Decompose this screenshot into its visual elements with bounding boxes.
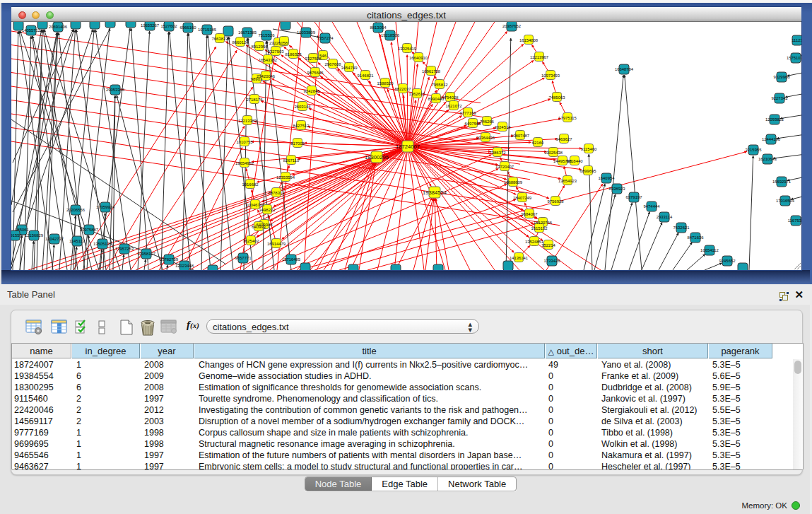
svg-text:17975115: 17975115: [558, 116, 577, 120]
svg-text:2603144: 2603144: [295, 105, 312, 109]
svg-text:15716485: 15716485: [282, 257, 301, 262]
svg-text:12023448: 12023448: [175, 264, 194, 268]
svg-text:12093822: 12093822: [765, 117, 784, 122]
svg-text:1010755: 1010755: [237, 140, 254, 144]
svg-text:16033809: 16033809: [297, 30, 315, 35]
svg-text:14136141: 14136141: [510, 256, 528, 260]
svg-text:12213389: 12213389: [238, 119, 257, 123]
svg-text:8660124: 8660124: [233, 40, 249, 45]
svg-text:3215955: 3215955: [746, 148, 763, 152]
svg-text:15692971: 15692971: [772, 180, 791, 184]
svg-text:8267110: 8267110: [283, 158, 300, 163]
svg-text:10719185: 10719185: [198, 28, 217, 32]
svg-text:12353594: 12353594: [276, 175, 295, 180]
svg-text:8912954: 8912954: [252, 45, 269, 49]
svg-text:352214: 352214: [541, 243, 555, 247]
svg-text:20364436: 20364436: [476, 136, 495, 140]
svg-text:13325419: 13325419: [398, 47, 416, 51]
svg-text:8938923: 8938923: [609, 187, 626, 191]
svg-text:3498222: 3498222: [259, 208, 276, 212]
svg-text:8878312: 8878312: [269, 191, 285, 195]
svg-text:19384554: 19384554: [423, 189, 447, 196]
svg-text:3454749: 3454749: [341, 66, 358, 70]
svg-text:14055712: 14055712: [22, 28, 40, 33]
svg-text:6899695: 6899695: [580, 169, 597, 173]
svg-text:13505135: 13505135: [93, 242, 112, 246]
svg-text:1916682: 1916682: [242, 182, 259, 187]
svg-text:9875645: 9875645: [307, 71, 324, 75]
svg-text:12156829: 12156829: [25, 233, 43, 238]
svg-text:746266: 746266: [480, 119, 494, 124]
svg-text:62160: 62160: [532, 141, 544, 145]
svg-text:8813054: 8813054: [370, 25, 387, 30]
svg-text:23226058: 23226058: [269, 41, 288, 45]
svg-text:10782759: 10782759: [160, 257, 178, 262]
svg-text:7386372: 7386372: [490, 151, 506, 155]
svg-text:185061: 185061: [15, 228, 29, 232]
svg-text:8471636: 8471636: [688, 235, 705, 240]
svg-text:1588520: 1588520: [377, 81, 394, 86]
svg-text:17016504: 17016504: [776, 199, 795, 203]
svg-text:9146821: 9146821: [358, 74, 374, 78]
svg-text:8186323: 8186323: [286, 52, 302, 57]
svg-text:1362615: 1362615: [409, 92, 426, 96]
svg-text:2933114: 2933114: [657, 215, 673, 219]
svg-text:7955812: 7955812: [432, 83, 448, 87]
svg-text:13654923: 13654923: [558, 179, 577, 183]
svg-text:7632621: 7632621: [673, 226, 690, 230]
svg-text:8822037: 8822037: [395, 87, 411, 91]
svg-text:13720407: 13720407: [495, 165, 514, 169]
svg-text:9327503: 9327503: [268, 49, 285, 54]
svg-text:640993: 640993: [252, 225, 266, 229]
svg-text:10688609: 10688609: [504, 180, 522, 185]
svg-text:7357274: 7357274: [317, 36, 334, 40]
svg-text:16154808: 16154808: [519, 38, 539, 42]
svg-text:1527602: 1527602: [161, 24, 177, 28]
svg-text:16914479: 16914479: [267, 242, 286, 246]
svg-text:30975887: 30975887: [80, 228, 98, 232]
svg-text:18300295: 18300295: [365, 154, 389, 160]
svg-text:1615132: 1615132: [531, 226, 548, 230]
svg-text:546: 546: [319, 54, 327, 58]
svg-text:11123: 11123: [792, 38, 801, 42]
svg-text:9756928: 9756928: [548, 199, 565, 204]
svg-text:9245652: 9245652: [719, 259, 736, 263]
svg-text:9777169: 9777169: [460, 111, 476, 115]
svg-text:12444190: 12444190: [762, 137, 781, 141]
svg-text:391557: 391557: [11, 233, 22, 238]
svg-text:6379197: 6379197: [626, 195, 642, 199]
svg-text:6966160: 6966160: [180, 25, 197, 30]
svg-text:15751074: 15751074: [787, 56, 801, 60]
svg-text:17359924: 17359924: [96, 205, 115, 209]
svg-text:10973493: 10973493: [541, 74, 560, 78]
svg-text:16210643: 16210643: [758, 157, 777, 161]
svg-text:9242845: 9242845: [304, 89, 321, 93]
svg-text:20206556: 20206556: [66, 208, 86, 212]
svg-text:9115460: 9115460: [581, 147, 597, 151]
svg-text:17957253: 17957253: [115, 247, 134, 251]
svg-text:9318440: 9318440: [567, 159, 584, 163]
svg-text:1167534: 1167534: [788, 218, 801, 223]
svg-text:1640954: 1640954: [599, 176, 616, 180]
svg-text:1145113: 1145113: [69, 239, 86, 243]
svg-text:10654112: 10654112: [700, 248, 719, 252]
svg-text:7625402: 7625402: [243, 239, 259, 243]
svg-text:16648784: 16648784: [615, 67, 634, 71]
svg-text:9684067: 9684067: [522, 212, 538, 216]
svg-text:10025438: 10025438: [544, 151, 563, 155]
svg-text:9329966: 9329966: [774, 75, 791, 79]
svg-text:10958107: 10958107: [137, 252, 155, 256]
svg-text:19218506: 19218506: [381, 33, 400, 37]
svg-text:6794028: 6794028: [442, 95, 459, 100]
svg-text:6497565: 6497565: [465, 122, 482, 126]
svg-text:9474444: 9474444: [644, 204, 661, 209]
svg-text:1621072: 1621072: [446, 104, 462, 108]
svg-text:12213967: 12213967: [530, 55, 548, 59]
svg-text:16671385: 16671385: [238, 30, 257, 35]
svg-text:18407249: 18407249: [513, 196, 531, 200]
svg-text:1733426: 1733426: [544, 259, 561, 263]
svg-text:19654952: 19654952: [235, 161, 254, 165]
svg-text:18724007: 18724007: [396, 144, 420, 150]
svg-text:817005: 817005: [290, 141, 305, 146]
svg-text:3024514: 3024514: [495, 125, 512, 129]
